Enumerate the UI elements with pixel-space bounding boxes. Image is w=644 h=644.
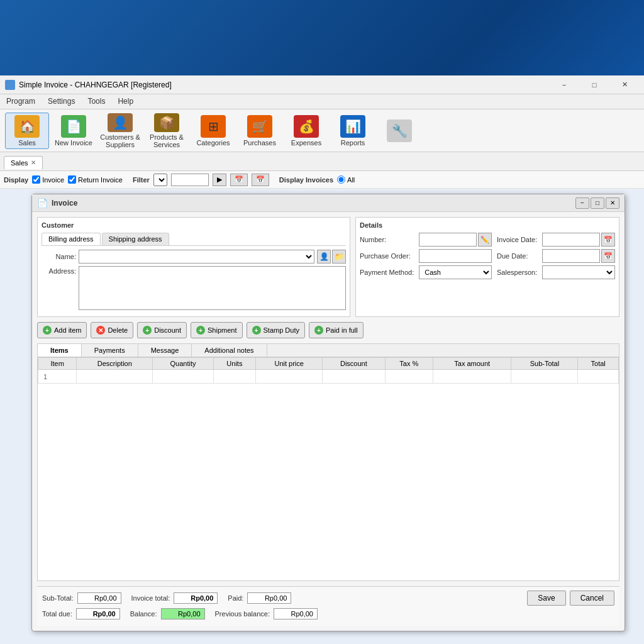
dialog-maximize[interactable]: □ bbox=[591, 197, 604, 209]
toolbar-extra[interactable]: 🔧 bbox=[377, 113, 421, 149]
toolbar-products[interactable]: 📦 Products & Services bbox=[145, 113, 189, 149]
invoice-dialog: 📄 Invoice − □ ✕ Customer Billing addre bbox=[31, 194, 625, 631]
menu-settings[interactable]: Settings bbox=[42, 96, 81, 108]
filter-input[interactable] bbox=[171, 174, 209, 186]
previous-balance-value: Rp0,00 bbox=[274, 608, 318, 619]
row-item[interactable] bbox=[77, 370, 153, 384]
items-tabs: Items Payments Message Additional notes bbox=[38, 344, 619, 357]
invoice-total-label: Invoice total: bbox=[131, 594, 170, 602]
invoice-footer: Sub-Total: Rp0,00 Invoice total: Rp0,00 … bbox=[37, 586, 619, 626]
filter-button[interactable]: ▶ bbox=[213, 174, 226, 186]
toolbar-customers[interactable]: 👤 Customers & Suppliers bbox=[98, 113, 142, 149]
menu-tools[interactable]: Tools bbox=[81, 96, 111, 108]
toolbar-expenses[interactable]: 💰 Expenses bbox=[284, 113, 328, 149]
address-textarea[interactable] bbox=[79, 266, 346, 310]
delete-button[interactable]: ✕ Delete bbox=[91, 322, 133, 338]
row-description[interactable] bbox=[153, 370, 213, 384]
footer-row-1: Sub-Total: Rp0,00 Invoice total: Rp0,00 … bbox=[42, 591, 614, 606]
shipment-button[interactable]: + Shipment bbox=[191, 322, 242, 338]
all-radio-text: All bbox=[347, 176, 355, 184]
discount-button[interactable]: + Discount bbox=[137, 322, 187, 338]
row-discount[interactable] bbox=[385, 370, 433, 384]
items-tab-message[interactable]: Message bbox=[138, 344, 192, 357]
salesperson-select[interactable] bbox=[542, 265, 615, 279]
due-date-calendar-icon[interactable]: 📅 bbox=[601, 249, 615, 263]
all-radio[interactable] bbox=[337, 175, 345, 184]
items-tab-items[interactable]: Items bbox=[38, 344, 82, 357]
toolbar-categories[interactable]: ⊞ Categories bbox=[191, 113, 235, 149]
col-header-sub-total: Sub-Total bbox=[511, 358, 578, 370]
row-quantity[interactable] bbox=[213, 370, 256, 384]
return-invoice-check-text: Return Invoice bbox=[78, 176, 123, 184]
name-select[interactable] bbox=[79, 250, 314, 264]
invoice-date-group: 18/06/2023 📅 bbox=[542, 233, 615, 247]
filter-calendar-btn2[interactable]: 📅 bbox=[252, 174, 269, 186]
minimize-button[interactable]: − bbox=[550, 78, 579, 92]
toolbar-reports[interactable]: 📊 Reports bbox=[331, 113, 375, 149]
items-tab-payments[interactable]: Payments bbox=[82, 344, 138, 357]
discount-icon: + bbox=[143, 326, 152, 335]
display-label: Display bbox=[4, 176, 28, 184]
invoice-date-calendar-icon[interactable]: 📅 bbox=[601, 233, 615, 247]
items-tab-additional[interactable]: Additional notes bbox=[192, 344, 267, 357]
col-header-tax-amount: Tax amount bbox=[433, 358, 511, 370]
row-units[interactable] bbox=[256, 370, 323, 384]
dialog-close[interactable]: ✕ bbox=[606, 197, 619, 209]
return-invoice-checkbox[interactable] bbox=[68, 175, 76, 184]
filter-select[interactable] bbox=[153, 174, 167, 186]
close-button[interactable]: ✕ bbox=[610, 78, 639, 92]
col-header-units: Units bbox=[213, 358, 256, 370]
row-tax-amount[interactable] bbox=[511, 370, 578, 384]
all-radio-label[interactable]: All bbox=[337, 175, 355, 184]
invoice-total-item: Invoice total: Rp0,00 bbox=[131, 592, 218, 604]
toolbar-purchases[interactable]: 🛒 Purchases bbox=[238, 113, 282, 149]
maximize-button[interactable]: □ bbox=[580, 78, 609, 92]
total-due-value: Rp0,00 bbox=[76, 608, 120, 619]
cancel-button[interactable]: Cancel bbox=[570, 591, 614, 606]
filter-calendar-btn[interactable]: 📅 bbox=[230, 174, 248, 186]
invoice-total-value: Rp0,00 bbox=[174, 592, 218, 604]
row-num: 1 bbox=[38, 370, 77, 384]
tab-sales[interactable]: Sales ✕ bbox=[4, 156, 43, 169]
purchase-order-input[interactable] bbox=[419, 249, 492, 263]
save-button[interactable]: Save bbox=[527, 591, 565, 606]
invoice-check-label[interactable]: Invoice bbox=[32, 175, 64, 184]
tab-close-icon[interactable]: ✕ bbox=[31, 159, 36, 166]
products-icon: 📦 bbox=[154, 113, 179, 132]
payment-method-select[interactable]: Cash bbox=[419, 265, 492, 279]
number-edit-btn[interactable]: ✏️ bbox=[478, 233, 492, 247]
details-section: Details Number: 1 ✏️ Invoice Date: 18/06… bbox=[355, 217, 619, 317]
invoice-checkbox[interactable] bbox=[32, 175, 40, 184]
name-label: Name: bbox=[42, 253, 76, 260]
dialog-minimize[interactable]: − bbox=[575, 197, 589, 209]
shipping-tab[interactable]: Shipping address bbox=[102, 233, 169, 245]
number-field-group: 1 ✏️ bbox=[419, 233, 492, 247]
toolbar-expenses-label: Expenses bbox=[291, 139, 321, 147]
details-title: Details bbox=[360, 221, 615, 229]
row-tax-pct[interactable] bbox=[433, 370, 511, 384]
row-total[interactable] bbox=[578, 370, 619, 384]
billing-tab[interactable]: Billing address bbox=[42, 233, 101, 245]
return-invoice-check-label[interactable]: Return Invoice bbox=[68, 175, 123, 184]
row-unit-price[interactable] bbox=[323, 370, 385, 384]
add-item-button[interactable]: + Add item bbox=[37, 322, 87, 338]
stamp-duty-button[interactable]: + Stamp Duty bbox=[247, 322, 305, 338]
customer-add-icon[interactable]: 👤 bbox=[317, 250, 331, 264]
number-input[interactable]: 1 bbox=[419, 233, 477, 247]
previous-balance-item: Previous balance: Rp0,00 bbox=[215, 608, 318, 619]
stamp-duty-label: Stamp Duty bbox=[264, 326, 299, 334]
display-section: Display Invoice Return Invoice bbox=[4, 175, 123, 184]
toolbar-sales[interactable]: 🏠 Sales bbox=[5, 113, 49, 149]
menu-help[interactable]: Help bbox=[111, 96, 140, 108]
paid-item: Paid: Rp0,00 bbox=[228, 592, 291, 604]
customer-folder-icon[interactable]: 📁 bbox=[332, 250, 346, 264]
toolbar-new-invoice[interactable]: 📄 New Invoice bbox=[52, 113, 96, 149]
subtotal-value: Rp0,00 bbox=[77, 592, 121, 604]
menu-program[interactable]: Program bbox=[0, 96, 42, 108]
due-date-input[interactable]: 25/06/2023 bbox=[542, 249, 600, 263]
table-row: 1 bbox=[38, 370, 619, 384]
title-bar-controls: − □ ✕ bbox=[550, 78, 639, 92]
paid-in-full-button[interactable]: + Paid in full bbox=[309, 322, 364, 338]
invoice-date-input[interactable]: 18/06/2023 bbox=[542, 233, 600, 247]
col-header-tax-pct: Tax % bbox=[385, 358, 433, 370]
